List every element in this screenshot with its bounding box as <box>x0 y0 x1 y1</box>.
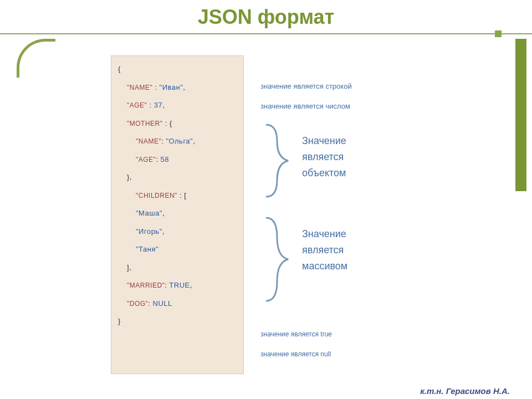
child-3: "Таня" <box>118 244 237 255</box>
title-divider <box>0 33 532 34</box>
annot-number: значение является числом <box>260 101 350 112</box>
married-pair: "Married": TRUE, <box>118 280 237 291</box>
brace-open: { <box>118 64 237 75</box>
annot-object-l1: Значение <box>302 133 346 149</box>
annot-array: Значение является массивом <box>302 226 347 274</box>
annot-object-l2: является <box>302 149 346 165</box>
age-pair: "Age" : 37, <box>118 100 237 111</box>
author-footer: к.т.н. Герасимов Н.А. <box>420 386 510 396</box>
annot-string: значение является строкой <box>260 81 352 92</box>
slide-title: JSON формат <box>198 6 334 29</box>
brace-object-icon <box>260 122 294 200</box>
decorative-sidebar <box>515 39 526 191</box>
child-2: "Игорь", <box>118 226 237 237</box>
name-pair: "Name" : "Иван", <box>118 82 237 93</box>
mother-name-pair: "Name": "Ольга", <box>118 136 237 147</box>
title-bullet <box>495 30 502 37</box>
dog-pair: "Dog": NULL <box>118 298 237 309</box>
brace-array-icon <box>260 215 294 304</box>
annot-object-l3: объектом <box>302 165 346 181</box>
json-example-block: { "Name" : "Иван", "Age" : 37, "Mother" … <box>111 55 244 374</box>
annot-array-l2: является <box>302 242 347 258</box>
annot-null: значение является null <box>260 349 331 359</box>
annot-object: Значение является объектом <box>302 133 346 181</box>
children-close: ], <box>118 262 237 273</box>
annot-true: значение является true <box>260 329 332 339</box>
mother-key: "Mother" : { <box>118 118 237 129</box>
annot-array-l1: Значение <box>302 226 347 242</box>
brace-close: } <box>118 316 237 327</box>
decorative-corner <box>17 39 55 78</box>
mother-age-pair: "Age": 58 <box>118 154 237 165</box>
mother-close: }, <box>118 172 237 183</box>
child-1: "Маша", <box>118 208 237 219</box>
children-key: "Children" : [ <box>118 190 237 201</box>
annot-array-l3: массивом <box>302 258 347 274</box>
